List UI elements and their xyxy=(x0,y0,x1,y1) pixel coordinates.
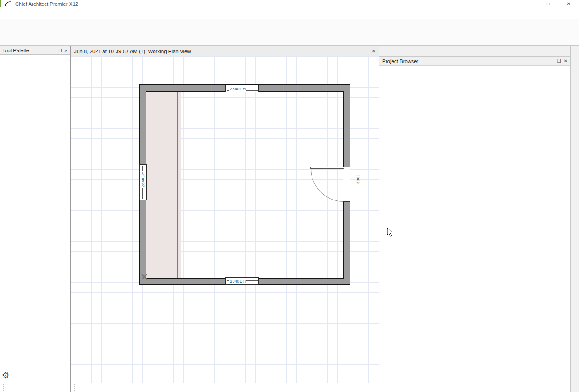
plan-view-area: Jun 8, 2021 at 10-39-57 AM (1): Working … xyxy=(71,46,379,392)
window-bottom-label: 2840DH xyxy=(229,279,246,284)
drag-handle[interactable] xyxy=(3,384,4,391)
gear-icon[interactable]: ⚙ xyxy=(2,370,9,380)
door-panel[interactable] xyxy=(310,167,344,169)
maximize-button[interactable]: □ xyxy=(538,0,558,8)
toolbar-main xyxy=(0,19,579,33)
drawing-canvas[interactable]: 2840DH 2840DH 2840DH 3068 ✕ xyxy=(71,56,379,383)
float-panel-icon[interactable]: ❐ xyxy=(58,48,62,53)
window-left-label: 2840DH xyxy=(141,171,145,188)
application-window: Chief Architect Premier X12 — □ ✕ Tool P… xyxy=(0,0,579,392)
title-bar: Chief Architect Premier X12 — □ ✕ xyxy=(0,0,579,8)
menu-bar xyxy=(0,8,579,19)
close-button[interactable]: ✕ xyxy=(558,0,579,8)
window-top-label: 2840DH xyxy=(229,87,246,91)
tool-palette-panel: Tool Palette ❐ ✕ ⚙ xyxy=(0,46,71,392)
close-view-icon[interactable]: ✕ xyxy=(372,49,375,54)
view-title: Jun 8, 2021 at 10-39-57 AM (1): Working … xyxy=(74,49,191,54)
side-toolbar xyxy=(570,46,579,392)
side-panel-tabs xyxy=(379,46,570,57)
window-title: Chief Architect Premier X12 xyxy=(15,1,78,7)
project-browser-title: Project Browser xyxy=(382,58,418,64)
tool-palette-title: Tool Palette xyxy=(2,48,29,53)
close-panel-icon[interactable]: ✕ xyxy=(564,58,567,63)
toolbar-build xyxy=(0,33,579,46)
door-opening[interactable] xyxy=(343,167,350,202)
mouse-cursor xyxy=(387,228,394,237)
drag-handle[interactable] xyxy=(74,384,75,391)
float-panel-icon[interactable]: ❐ xyxy=(557,58,561,63)
close-panel-icon[interactable]: ✕ xyxy=(64,48,68,53)
minimize-button[interactable]: — xyxy=(517,0,538,8)
base-cabinet-run[interactable] xyxy=(146,92,181,278)
edge-accent xyxy=(0,0,1,7)
selection-x-marker[interactable]: ✕ xyxy=(140,271,148,283)
app-logo-icon xyxy=(4,1,12,7)
door-label: 3068 xyxy=(356,173,360,185)
project-browser-panel: Project Browser ❐ ✕ xyxy=(379,46,570,392)
project-tree xyxy=(379,66,570,383)
